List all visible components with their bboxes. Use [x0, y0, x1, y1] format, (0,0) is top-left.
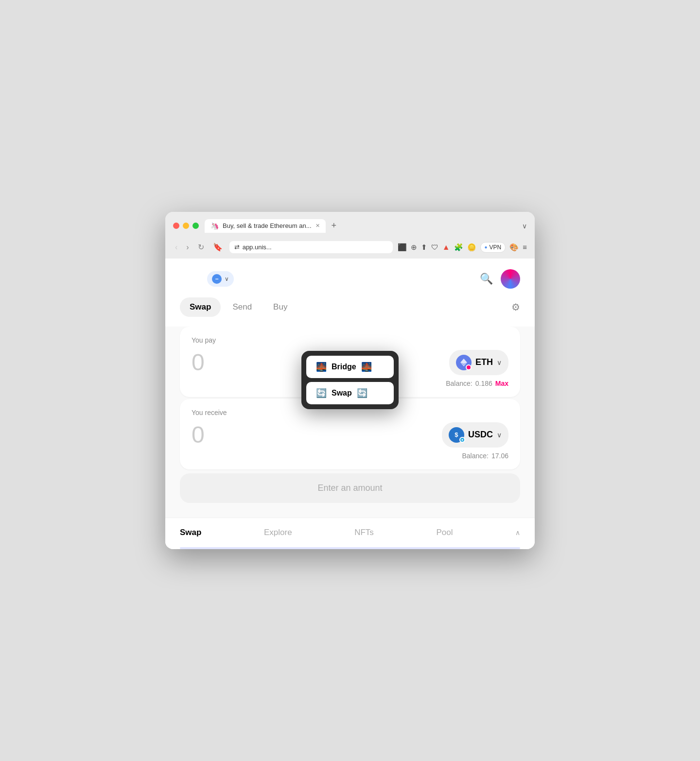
- eth-balance-label: Balance:: [446, 380, 472, 387]
- search-button[interactable]: 🔍: [480, 273, 493, 285]
- main-swap-area: You pay ETH ∨ Balance: 0.186 M: [165, 327, 535, 518]
- browser-toolbar-icons: ⬛ ⊕ ⬆ 🛡 ▲ 🧩 🪙 ● VPN 🎨 ≡: [398, 242, 527, 253]
- eth-balance-value: 0.186: [475, 380, 492, 387]
- settings-button[interactable]: ⚙: [511, 301, 520, 313]
- address-field[interactable]: ⇄ app.unis...: [229, 241, 393, 253]
- pay-token-selector[interactable]: ETH ∨: [449, 350, 508, 375]
- forward-button[interactable]: ›: [184, 241, 191, 254]
- bottom-nav-explore[interactable]: Explore: [264, 528, 292, 537]
- bottom-nav-swap[interactable]: Swap: [180, 528, 201, 537]
- max-button[interactable]: Max: [495, 380, 508, 387]
- header-left: 🦄 − ∨: [180, 268, 234, 290]
- bottom-nav-expand-icon[interactable]: ∧: [515, 529, 520, 536]
- traffic-lights: [173, 223, 199, 229]
- network-dropdown-chevron-icon: ∨: [225, 276, 229, 282]
- vpn-badge[interactable]: ● VPN: [480, 242, 506, 253]
- you-pay-label: You pay: [192, 336, 508, 344]
- swap-menu-label: Swap: [332, 389, 352, 398]
- network-chain-icon: −: [212, 274, 222, 284]
- receive-token-selector[interactable]: $ ● USDC ∨: [442, 422, 508, 448]
- wallet-icon[interactable]: 🪙: [467, 243, 476, 252]
- swap-menu-item[interactable]: 🔄 Swap 🔄: [306, 382, 394, 404]
- bookmark-button[interactable]: 🔖: [211, 241, 225, 254]
- pay-token-name: ETH: [475, 357, 493, 367]
- nav-tabs: Swap Send Buy ⚙: [165, 297, 535, 327]
- active-tab[interactable]: 🦄 Buy, sell & trade Ethereum an... ✕: [205, 219, 326, 233]
- swap-emoji-left-icon: 🔄: [316, 388, 327, 398]
- tab-title-text: Buy, sell & trade Ethereum an...: [223, 222, 312, 229]
- usdc-token-icon: $ ●: [449, 427, 464, 443]
- reload-button[interactable]: ↻: [196, 241, 206, 254]
- swap-emoji-right-icon: 🔄: [357, 388, 368, 398]
- uniswap-logo[interactable]: 🦄: [180, 268, 201, 290]
- receive-token-chevron-icon: ∨: [497, 431, 502, 439]
- network-selector[interactable]: − ∨: [207, 271, 234, 287]
- bottom-nav-nfts[interactable]: NFTs: [354, 528, 374, 537]
- usdc-balance-label: Balance:: [462, 452, 488, 460]
- triangle-icon[interactable]: ▲: [442, 243, 450, 252]
- tab-buy[interactable]: Buy: [263, 297, 297, 317]
- svg-point-0: [180, 268, 201, 290]
- color-wheel-icon[interactable]: 🎨: [509, 243, 519, 252]
- bottom-nav: Swap Explore NFTs Pool ∧: [165, 518, 535, 547]
- eth-token-icon: [456, 355, 472, 370]
- close-traffic-light[interactable]: [173, 223, 179, 229]
- address-bar: ‹ › ↻ 🔖 ⇄ app.unis... ⬛ ⊕ ⬆ 🛡 ▲ 🧩 🪙 ● VP…: [165, 238, 535, 259]
- tab-send[interactable]: Send: [223, 297, 262, 317]
- tab-chevron-icon[interactable]: ∨: [522, 222, 527, 230]
- usdc-balance-row: Balance: 17.06: [192, 452, 508, 460]
- enter-amount-button[interactable]: Enter an amount: [180, 473, 520, 503]
- url-scheme-icon: ⇄: [234, 243, 240, 251]
- app-content: 🦄 − ∨ 🔍 Swap Send Buy ⚙: [165, 259, 535, 549]
- bridge-menu-label: Bridge: [332, 363, 356, 371]
- context-menu-popup: 🌉 Bridge 🌉 🔄 Swap 🔄: [301, 351, 399, 409]
- title-bar: 🦄 Buy, sell & trade Ethereum an... ✕ + ∨: [165, 212, 535, 238]
- tab-swap[interactable]: Swap: [180, 297, 221, 317]
- app-header: 🦄 − ∨ 🔍: [165, 259, 535, 297]
- receive-amount-input[interactable]: [192, 421, 289, 448]
- back-button[interactable]: ‹: [173, 241, 179, 254]
- browser-window: 🦄 Buy, sell & trade Ethereum an... ✕ + ∨…: [165, 212, 535, 549]
- bottom-nav-pool[interactable]: Pool: [436, 528, 453, 537]
- you-receive-card: You receive $ ● USDC ∨ Balance: 17.06: [180, 399, 520, 469]
- tab-favicon-icon: 🦄: [210, 222, 219, 230]
- eth-chain-dot: [466, 364, 472, 370]
- receive-token-name: USDC: [468, 430, 493, 440]
- hamburger-menu-icon[interactable]: ≡: [523, 243, 527, 251]
- pay-token-chevron-icon: ∨: [497, 359, 502, 366]
- maximize-traffic-light[interactable]: [192, 223, 199, 229]
- scroll-indicator: [180, 547, 520, 549]
- url-text: app.unis...: [243, 243, 272, 251]
- pay-amount-input[interactable]: [192, 349, 289, 376]
- extension-icon[interactable]: 🧩: [454, 243, 463, 252]
- screen-share-icon[interactable]: ⬛: [398, 243, 407, 252]
- you-receive-body: $ ● USDC ∨: [192, 421, 508, 448]
- header-right: 🔍: [480, 269, 520, 289]
- minimize-traffic-light[interactable]: [183, 223, 189, 229]
- tab-bar: 🦄 Buy, sell & trade Ethereum an... ✕ + ∨: [205, 219, 527, 233]
- usdc-chain-dot: ●: [459, 437, 465, 443]
- tab-close-icon[interactable]: ✕: [315, 223, 320, 229]
- zoom-icon[interactable]: ⊕: [411, 243, 417, 252]
- shield-icon[interactable]: 🛡: [431, 243, 438, 251]
- share-icon[interactable]: ⬆: [421, 243, 427, 252]
- usdc-balance-value: 17.06: [491, 452, 508, 460]
- bridge-emoji-right-icon: 🌉: [361, 362, 372, 372]
- bridge-menu-item[interactable]: 🌉 Bridge 🌉: [306, 356, 394, 378]
- vpn-label: VPN: [490, 244, 502, 251]
- bridge-emoji-left-icon: 🌉: [316, 362, 327, 372]
- you-receive-label: You receive: [192, 409, 508, 416]
- user-avatar[interactable]: [501, 269, 520, 289]
- new-tab-button[interactable]: +: [328, 219, 341, 233]
